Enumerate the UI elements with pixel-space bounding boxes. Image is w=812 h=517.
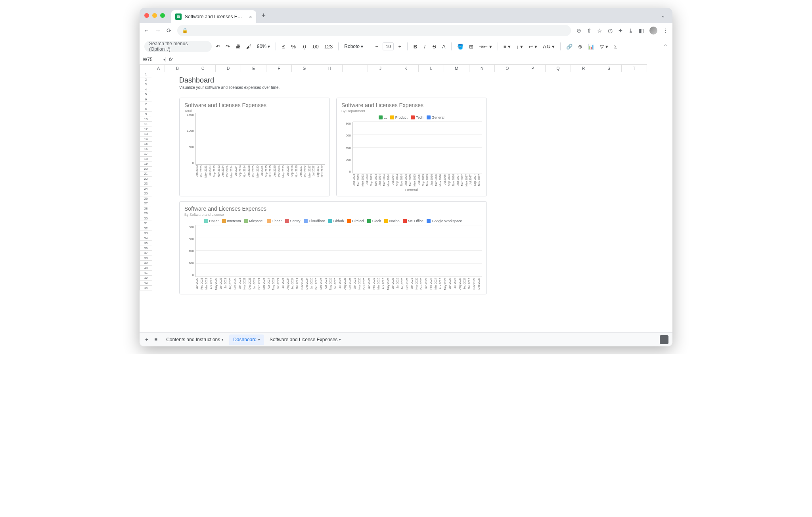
borders-button[interactable]: ⊞ [467, 42, 475, 51]
row-header[interactable]: 19 [140, 161, 152, 167]
row-header[interactable]: 3 [140, 82, 152, 87]
window-zoom-button[interactable] [160, 13, 165, 18]
chart-by-department[interactable]: Software and Licenses ExpensesBy Departm… [336, 98, 487, 196]
column-header[interactable]: J [368, 64, 393, 72]
row-header[interactable]: 20 [140, 167, 152, 172]
italic-button[interactable]: I [421, 42, 428, 51]
column-header[interactable]: F [266, 64, 292, 72]
chart-by-software[interactable]: Software and Licenses ExpensesBy Softwar… [179, 201, 487, 294]
row-header[interactable]: 36 [140, 246, 152, 251]
row-header[interactable]: 37 [140, 251, 152, 256]
toolbar-collapse-button[interactable]: ⌃ [663, 44, 668, 50]
row-header[interactable]: 27 [140, 201, 152, 206]
row-header[interactable]: 24 [140, 186, 152, 192]
row-header[interactable]: 4 [140, 87, 152, 92]
row-header[interactable]: 6 [140, 97, 152, 102]
row-header[interactable]: 33 [140, 231, 152, 236]
history-icon[interactable]: ◷ [608, 27, 613, 34]
column-header[interactable]: N [469, 64, 495, 72]
comment-button[interactable]: ⊕ [576, 42, 584, 51]
font-size-decrease-button[interactable]: − [373, 42, 380, 51]
new-tab-button[interactable]: + [262, 12, 266, 20]
column-header[interactable]: G [292, 64, 317, 72]
row-header[interactable]: 11 [140, 122, 152, 127]
row-header[interactable]: 32 [140, 226, 152, 231]
strikethrough-button[interactable]: S [431, 42, 438, 51]
column-header[interactable]: C [190, 64, 216, 72]
bold-button[interactable]: B [412, 42, 419, 51]
column-header[interactable]: K [393, 64, 419, 72]
column-header[interactable]: H [317, 64, 343, 72]
row-header[interactable]: 43 [140, 281, 152, 286]
row-header[interactable]: 34 [140, 236, 152, 241]
redo-button[interactable]: ↷ [224, 42, 232, 51]
row-header[interactable]: 28 [140, 206, 152, 211]
row-header[interactable]: 23 [140, 181, 152, 186]
nav-back-button[interactable]: ← [144, 27, 149, 34]
row-header[interactable]: 13 [140, 132, 152, 137]
browser-tab[interactable]: ⊞ Software and Licenses Expens × [171, 10, 256, 23]
row-header[interactable]: 25 [140, 191, 152, 196]
sheet-tab[interactable]: Software and License Expenses▾ [266, 334, 345, 345]
bookmark-icon[interactable]: ☆ [597, 27, 602, 34]
font-select[interactable]: Roboto ▾ [343, 44, 365, 49]
all-sheets-button[interactable]: ≡ [153, 335, 159, 344]
undo-button[interactable]: ↶ [214, 42, 222, 51]
column-header[interactable]: I [343, 64, 368, 72]
row-header[interactable]: 38 [140, 256, 152, 261]
sheet-tab[interactable]: Contents and Instructions▾ [162, 334, 228, 345]
column-header[interactable]: D [216, 64, 241, 72]
rotation-button[interactable]: A↻ ▾ [541, 42, 556, 51]
insert-chart-button[interactable]: 📊 [586, 42, 596, 51]
column-header[interactable] [140, 64, 152, 72]
row-header[interactable]: 39 [140, 261, 152, 266]
row-header[interactable]: 31 [140, 221, 152, 226]
share-icon[interactable]: ⇧ [587, 27, 592, 34]
column-header[interactable]: B [165, 64, 190, 72]
row-header[interactable]: 21 [140, 171, 152, 177]
spreadsheet-grid[interactable]: ABCDEFGHIJKLMNOPQRST 1234567891011121314… [140, 64, 672, 332]
row-header[interactable]: 9 [140, 112, 152, 117]
explore-button[interactable] [660, 335, 668, 344]
column-header[interactable]: M [444, 64, 469, 72]
row-header[interactable]: 42 [140, 276, 152, 281]
menu-search-input[interactable]: Search the menus (Option+/) [144, 41, 212, 52]
sidepanel-icon[interactable]: ◧ [639, 27, 644, 34]
vertical-align-button[interactable]: ↓ ▾ [515, 42, 525, 51]
currency-button[interactable]: £ [280, 42, 287, 51]
filter-button[interactable]: ▽ ▾ [598, 42, 610, 51]
column-header[interactable]: R [571, 64, 596, 72]
extensions-icon[interactable]: ✦ [618, 27, 623, 34]
horizontal-align-button[interactable]: ≡ ▾ [502, 42, 512, 51]
text-color-button[interactable]: A [440, 42, 447, 51]
row-header[interactable]: 15 [140, 142, 152, 147]
column-header[interactable]: P [520, 64, 546, 72]
wrap-button[interactable]: ↩ ▾ [527, 42, 539, 51]
row-header[interactable]: 2 [140, 77, 152, 83]
row-header[interactable]: 40 [140, 266, 152, 271]
column-header[interactable]: A [152, 64, 165, 72]
print-button[interactable]: 🖶 [234, 42, 242, 51]
address-bar[interactable]: 🔒 [177, 25, 571, 36]
column-header[interactable]: L [419, 64, 444, 72]
font-size-input[interactable]: 10 [383, 42, 394, 50]
chart-total[interactable]: Software and Licenses ExpensesTotal15001… [179, 98, 330, 196]
tabs-dropdown-button[interactable]: ⌄ [661, 13, 665, 19]
row-header[interactable]: 22 [140, 177, 152, 182]
row-header[interactable]: 44 [140, 286, 152, 291]
row-header[interactable]: 29 [140, 211, 152, 216]
row-header[interactable]: 17 [140, 152, 152, 157]
window-close-button[interactable] [144, 13, 149, 18]
row-header[interactable]: 8 [140, 107, 152, 112]
paint-format-button[interactable]: 🖌 [245, 42, 253, 51]
downloads-icon[interactable]: ⤓ [628, 27, 633, 34]
window-minimize-button[interactable] [152, 13, 157, 18]
row-header[interactable]: 18 [140, 157, 152, 162]
zoom-out-icon[interactable]: ⊖ [576, 27, 581, 34]
add-sheet-button[interactable]: + [144, 335, 150, 344]
percent-button[interactable]: % [289, 42, 297, 51]
row-header[interactable]: 26 [140, 196, 152, 202]
more-formats-button[interactable]: 123 [323, 42, 335, 51]
row-header[interactable]: 16 [140, 147, 152, 152]
increase-decimal-button[interactable]: .00 [310, 42, 320, 51]
